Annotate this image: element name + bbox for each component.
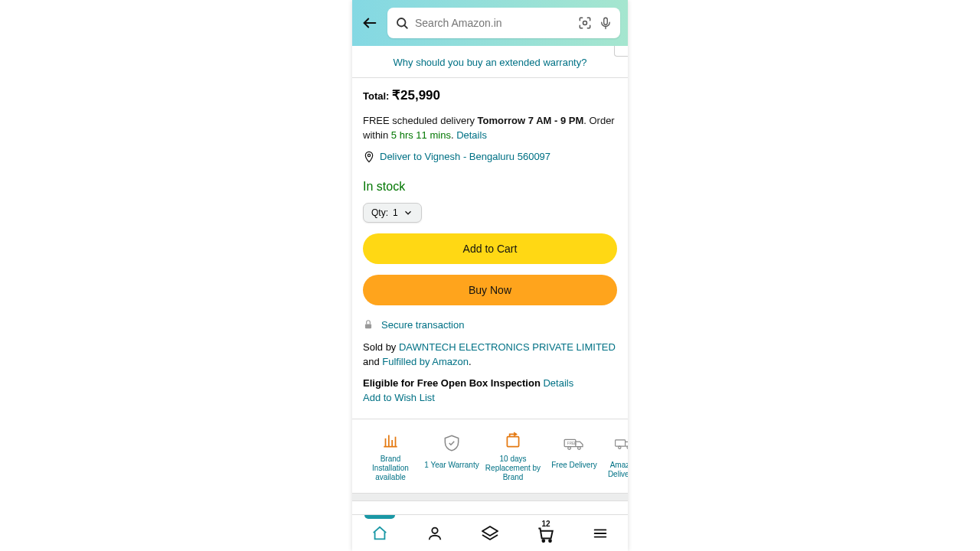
delivery-details-link[interactable]: Details <box>456 129 487 141</box>
nav-home[interactable] <box>364 518 395 549</box>
add-to-cart-button[interactable]: Add to Cart <box>363 233 617 264</box>
svg-point-3 <box>583 21 587 25</box>
shield-icon <box>439 430 465 456</box>
feature-label: Free Delivery <box>550 461 598 470</box>
features-row[interactable]: Brand Installation available 1 Year Warr… <box>352 419 628 494</box>
search-input[interactable] <box>415 17 571 29</box>
nav-browse[interactable] <box>475 518 505 549</box>
feature-warranty[interactable]: 1 Year Warranty <box>421 430 482 482</box>
truck-icon <box>611 430 628 456</box>
chevron-down-icon <box>403 207 413 218</box>
delivery-countdown: 5 hrs 11 mins <box>391 129 451 141</box>
svg-point-16 <box>432 527 437 533</box>
total-price: ₹25,990 <box>392 88 440 103</box>
deliver-to-text: Deliver to Vignesh - Bengaluru 560097 <box>380 151 550 162</box>
search-icon <box>395 16 409 30</box>
cart-count: 12 <box>542 520 550 528</box>
seller-link[interactable]: DAWNTECH ELECTRONICS PRIVATE LIMITED <box>399 341 616 353</box>
eligible-details-link[interactable]: Details <box>543 377 573 389</box>
nav-cart[interactable]: 12 <box>530 518 560 549</box>
app-header <box>352 0 628 46</box>
eligible-line: Eligible for Free Open Box Inspection De… <box>363 377 617 389</box>
user-icon <box>426 525 443 542</box>
back-button[interactable] <box>360 13 380 33</box>
svg-point-11 <box>578 446 581 449</box>
active-indicator <box>364 515 395 519</box>
svg-rect-4 <box>604 18 608 24</box>
feature-amazon-delivered[interactable]: Amazon Delivered <box>605 430 628 482</box>
nav-menu[interactable] <box>585 518 616 549</box>
warranty-link[interactable]: Why should you buy an extended warranty? <box>352 46 628 78</box>
mic-icon[interactable] <box>599 16 612 30</box>
layers-icon <box>481 524 499 543</box>
fulfilled-link[interactable]: Fulfilled by Amazon <box>382 356 469 367</box>
search-bar[interactable] <box>387 8 620 38</box>
feature-label: Brand Installation available <box>360 455 421 482</box>
delivery-prefix: FREE scheduled delivery <box>363 115 478 126</box>
lens-icon[interactable] <box>577 15 593 31</box>
buy-now-button[interactable]: Buy Now <box>363 275 617 305</box>
svg-line-2 <box>404 25 407 28</box>
next-section-peek <box>352 500 628 514</box>
qty-label: Qty: <box>371 207 388 218</box>
divider-band <box>352 494 628 500</box>
svg-point-14 <box>619 446 621 448</box>
lock-icon <box>363 319 374 330</box>
add-to-wishlist-link[interactable]: Add to Wish List <box>363 392 617 403</box>
svg-rect-7 <box>365 324 371 329</box>
warranty-link-text: Why should you buy an extended warranty? <box>394 57 587 68</box>
svg-point-15 <box>627 446 628 448</box>
delivery-info: FREE scheduled delivery Tomorrow 7 AM - … <box>363 114 617 143</box>
svg-marker-17 <box>482 527 498 536</box>
sold-prefix: Sold by <box>363 341 399 353</box>
svg-point-6 <box>368 154 370 156</box>
svg-rect-8 <box>507 436 518 446</box>
sold-period: . <box>469 356 472 367</box>
home-icon <box>371 525 388 542</box>
location-icon <box>363 151 375 163</box>
return-box-icon <box>500 430 526 450</box>
total-label: Total: <box>363 90 392 102</box>
eligible-text: Eligible for Free Open Box Inspection <box>363 377 543 389</box>
menu-icon <box>592 525 609 542</box>
arrow-left-icon <box>361 15 378 31</box>
feature-label: Amazon Delivered <box>605 461 628 479</box>
sold-by-line: Sold by DAWNTECH ELECTRONICS PRIVATE LIM… <box>363 340 617 370</box>
feature-label: 10 days Replacement by Brand <box>482 455 544 482</box>
svg-point-19 <box>549 540 551 542</box>
secure-transaction[interactable]: Secure transaction <box>363 319 617 331</box>
feature-label: 1 Year Warranty <box>423 461 480 470</box>
secure-transaction-label: Secure transaction <box>381 319 464 331</box>
total-line: Total: ₹25,990 <box>363 87 617 103</box>
svg-point-10 <box>568 446 571 449</box>
nav-account[interactable] <box>420 518 450 549</box>
feature-free-delivery[interactable]: FREE Free Delivery <box>544 430 605 482</box>
deliver-to[interactable]: Deliver to Vignesh - Bengaluru 560097 <box>363 151 617 163</box>
bottom-nav: 12 <box>352 514 628 551</box>
quantity-selector[interactable]: Qty: 1 <box>363 203 422 223</box>
qty-value: 1 <box>393 207 398 218</box>
delivery-window: Tomorrow 7 AM - 9 PM <box>478 115 584 126</box>
partial-checkbox <box>614 46 628 57</box>
svg-text:FREE: FREE <box>567 442 577 445</box>
feature-installation[interactable]: Brand Installation available <box>360 430 421 482</box>
feature-replacement[interactable]: 10 days Replacement by Brand <box>482 430 544 482</box>
svg-rect-13 <box>616 440 626 446</box>
svg-point-18 <box>542 540 544 542</box>
tools-icon <box>377 430 403 450</box>
stock-status: In stock <box>363 180 617 194</box>
truck-icon: FREE <box>561 430 587 456</box>
sold-and: and <box>363 356 382 367</box>
